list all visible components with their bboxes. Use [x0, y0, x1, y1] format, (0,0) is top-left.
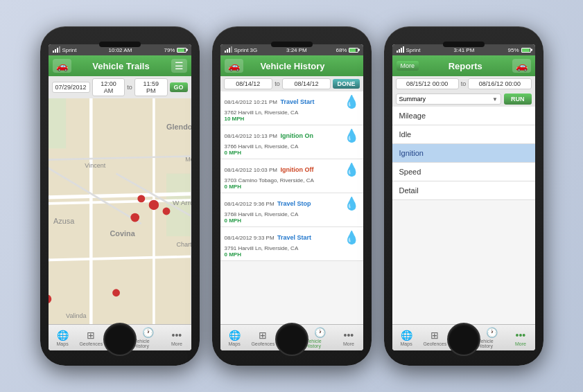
tab-history-label-3: Vehicle History [478, 339, 506, 348]
battery-icon [177, 48, 186, 53]
battery-pct-3: 95% [507, 47, 519, 53]
report-label-speed: Speed [399, 168, 421, 176]
car-icon-3[interactable]: 🚗 [512, 59, 531, 73]
tab-history-2[interactable]: 🕐 Vehicle History [306, 326, 334, 350]
geofences-icon-2: ⊞ [259, 330, 267, 341]
maps-icon-1: 🌐 [57, 330, 69, 341]
signal-icon-3 [397, 47, 404, 53]
tab-more-2[interactable]: ••• More [334, 328, 363, 348]
done-button-2[interactable]: DONE [333, 79, 359, 89]
phone-2-screen: Sprint 3G 3:24 PM 68% 🚗 Vehicle History … [220, 44, 363, 350]
svg-point-27 [162, 208, 170, 215]
svg-text:Covina: Covina [110, 229, 135, 238]
more-button-3[interactable]: More [397, 61, 419, 71]
time-label: 10:02 AM [109, 47, 132, 53]
car-icon-1[interactable]: 🚗 [53, 59, 71, 73]
date-from-1[interactable]: 07/29/2012 [52, 82, 90, 93]
date-bar-2: 08/14/12 to 08/14/12 DONE [220, 76, 363, 91]
tab-history-3[interactable]: 🕐 Vehicle History [478, 326, 506, 350]
run-button[interactable]: RUN [504, 93, 532, 105]
report-item-mileage[interactable]: Mileage [392, 107, 535, 125]
date-from-2[interactable]: 08/14/12 [224, 78, 273, 89]
svg-text:Charter Oak: Charter Oak [176, 241, 191, 248]
tab-vehicle-history-1[interactable]: 🕐 Vehicle History [134, 326, 162, 350]
svg-text:Valinda: Valinda [66, 312, 87, 319]
history-list-2: 08/14/2012 10:21 PM Travel Start 💧 3762 … [220, 91, 363, 324]
report-label-idle: Idle [399, 130, 412, 139]
tab-maps-2[interactable]: 🌐 Maps [220, 328, 249, 348]
date-to-2[interactable]: 08/14/12 [282, 78, 331, 89]
history-item-2[interactable]: 08/14/2012 10:03 PM Ignition Off 💧 3703 … [220, 159, 363, 193]
report-item-speed[interactable]: Speed [392, 163, 535, 181]
history-item-0[interactable]: 08/14/2012 10:21 PM Travel Start 💧 3762 … [220, 91, 363, 125]
history-arrow-0: 💧 [344, 94, 359, 109]
date-from-3[interactable]: 08/15/12 00:00 [396, 78, 459, 89]
history-addr-3: 3768 Harvill Ln, Riverside, CA [225, 211, 359, 217]
history-item-4[interactable]: 08/14/2012 9:33 PM Travel Start 💧 3791 H… [220, 227, 363, 261]
tab-geofences-3[interactable]: ⊞ Geofences [421, 328, 449, 348]
history-date-2: 08/14/2012 10:03 PM [225, 167, 278, 173]
trails-icon-1: 🚗 [114, 327, 125, 338]
tab-bar-3: 🌐 Maps ⊞ Geofences 🚗 Vehicle Trails 🕐 Ve… [392, 324, 535, 350]
tab-more-label-2: More [343, 341, 354, 346]
history-event-2: Ignition Off [280, 166, 313, 173]
report-item-idle[interactable]: Idle [392, 125, 535, 144]
history-date-3: 08/14/2012 9:36 PM [225, 201, 275, 207]
time-label-2: 3:24 PM [286, 47, 307, 53]
history-item-3[interactable]: 08/14/2012 9:36 PM Travel Stop 💧 3768 Ha… [220, 193, 363, 227]
battery-pct-2: 68% [336, 47, 347, 53]
history-speed-2: 0 MPH [225, 184, 359, 190]
tab-maps-1[interactable]: 🌐 Maps [49, 328, 77, 348]
tab-history-label-1: Vehicle History [134, 339, 162, 348]
car-icon-2[interactable]: 🚗 [225, 59, 243, 73]
map-svg: Bradbury Glendora Duarte Azusa W Arrow H… [49, 98, 191, 324]
phone-3: Sprint 3:41 PM 95% More Reports 🚗 08/15/… [384, 26, 543, 366]
history-item-1[interactable]: 08/14/2012 10:13 PM Ignition On 💧 3766 H… [220, 125, 363, 159]
tab-more-1[interactable]: ••• More [162, 328, 191, 348]
date-to-3[interactable]: 08/16/12 00:00 [468, 78, 531, 89]
tab-trails-2[interactable]: 🚗 Vehicle Trails [277, 326, 306, 350]
menu-icon-1[interactable]: ☰ [171, 59, 187, 73]
report-item-ignition[interactable]: Ignition [392, 144, 535, 163]
phone-1-screen: Sprint 10:02 AM 79% 🚗 Vehicle Trails ☰ 0… [49, 44, 191, 350]
go-button-1[interactable]: GO [170, 82, 188, 92]
to-label-1: to [127, 84, 132, 91]
time-to-1[interactable]: 11:59 PM [134, 78, 168, 96]
tab-trails-3[interactable]: 🚗 Vehicle Trails [449, 326, 478, 350]
report-item-detail[interactable]: Detail [392, 181, 535, 200]
map-area-1[interactable]: Bradbury Glendora Duarte Azusa W Arrow H… [49, 98, 191, 324]
geofences-icon-3: ⊞ [430, 330, 439, 341]
header-1: 🚗 Vehicle Trails ☰ [49, 55, 191, 76]
tab-trails-label-3: Vehicle Trails [449, 339, 478, 348]
tab-geofences-label-2: Geofences [251, 341, 275, 346]
tab-geofences-1[interactable]: ⊞ Geofences [77, 328, 105, 348]
svg-text:W Arrow Hwy: W Arrow Hwy [173, 199, 191, 206]
dropdown-arrow: ▼ [492, 96, 498, 103]
trails-icon-3: 🚗 [458, 327, 469, 338]
to-label-2: to [275, 80, 280, 87]
history-event-4: Travel Start [277, 234, 311, 241]
tab-history-label-2: Vehicle History [306, 339, 334, 348]
history-icon-3: 🕐 [486, 327, 498, 338]
tab-more-3[interactable]: ••• More [506, 328, 534, 348]
report-label-mileage: Mileage [399, 112, 426, 120]
tab-vehicle-trails-1[interactable]: 🚗 Vehicle Trails [105, 326, 134, 350]
history-arrow-4: 💧 [344, 230, 359, 245]
time-label-3: 3:41 PM [454, 47, 475, 53]
phone-2: Sprint 3G 3:24 PM 68% 🚗 Vehicle History … [212, 26, 372, 366]
tab-more-label-1: More [171, 341, 182, 346]
history-arrow-3: 💧 [344, 196, 359, 211]
trails-icon-2: 🚗 [286, 327, 297, 338]
header-title-2: Vehicle History [243, 61, 342, 71]
tab-geofences-2[interactable]: ⊞ Geofences [249, 328, 277, 348]
history-icon-1: 🕐 [142, 327, 154, 338]
tab-maps-label-2: Maps [229, 341, 241, 346]
svg-text:Memorial Hosp: Memorial Hosp [185, 156, 191, 163]
time-from-1[interactable]: 12:00 AM [92, 78, 125, 96]
tab-maps-3[interactable]: 🌐 Maps [392, 328, 421, 348]
svg-text:Glendora: Glendora [166, 123, 191, 131]
maps-icon-2: 🌐 [229, 330, 241, 341]
report-dropdown[interactable]: Summary ▼ [396, 93, 502, 105]
date-bar-1: 07/29/2012 12:00 AM to 11:59 PM GO [49, 76, 191, 98]
history-event-0: Travel Start [280, 98, 314, 105]
